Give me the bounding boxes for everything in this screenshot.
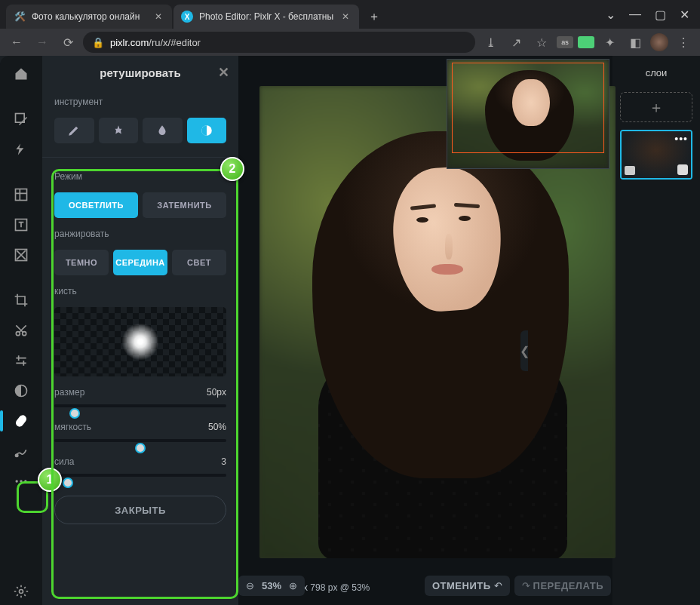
callout-badge-2: 2 bbox=[220, 157, 244, 181]
cutout-tool[interactable] bbox=[6, 317, 36, 344]
layer-menu-icon[interactable]: ••• bbox=[674, 133, 688, 145]
minimize-icon[interactable]: ― bbox=[629, 8, 641, 21]
properties-panel: ретушировать ✕ инструмент Режим ОСВЕТЛИТ… bbox=[42, 56, 238, 605]
instrument-group bbox=[54, 118, 226, 143]
add-layer-button[interactable]: ＋ bbox=[620, 92, 692, 122]
arrange-tool[interactable] bbox=[6, 106, 36, 133]
svg-rect-7 bbox=[14, 413, 28, 428]
extension-2m-icon[interactable]: 2m bbox=[578, 36, 594, 48]
range-group: ТЕМНО СЕРЕДИНА СВЕТ bbox=[54, 250, 226, 275]
close-panel-button[interactable]: ✕ bbox=[218, 64, 229, 81]
draw-tool[interactable] bbox=[6, 438, 36, 465]
kebab-menu-icon[interactable]: ⋮ bbox=[673, 32, 694, 53]
settings-button[interactable] bbox=[6, 578, 36, 605]
range-light[interactable]: СВЕТ bbox=[172, 250, 226, 275]
browser-tab-2[interactable]: X Photo Editor: Pixlr X - бесплатны ✕ bbox=[173, 5, 359, 29]
close-tool-button[interactable]: ЗАКРЫТЬ bbox=[54, 496, 226, 524]
extension-lastfm-icon[interactable]: as bbox=[557, 36, 573, 48]
more-tools[interactable] bbox=[6, 468, 36, 495]
tool-sidebar bbox=[0, 56, 42, 605]
layer-thumb-0[interactable]: ••• bbox=[620, 130, 692, 180]
window-controls: ⌄ ― ▢ ✕ bbox=[595, 0, 700, 29]
slider-strength: сила3 bbox=[54, 456, 226, 481]
mode-darken[interactable]: ЗАТЕМНИТЬ bbox=[143, 192, 226, 218]
profile-avatar[interactable] bbox=[650, 33, 668, 51]
instrument-dodge-burn[interactable] bbox=[187, 118, 227, 143]
undo-button[interactable]: ОТМЕНИТЬ ↶ bbox=[425, 576, 510, 596]
close-icon[interactable]: ✕ bbox=[339, 11, 352, 23]
url-text: pixlr.com/ru/x/#editor bbox=[110, 37, 201, 48]
retouch-tool[interactable] bbox=[6, 407, 36, 435]
svg-point-9 bbox=[16, 480, 18, 482]
star-icon[interactable]: ☆ bbox=[531, 32, 552, 53]
lock-icon: 🔒 bbox=[92, 37, 104, 48]
svg-point-10 bbox=[20, 480, 22, 482]
navigator-panel[interactable] bbox=[447, 59, 609, 169]
zoom-controls: ⊖ 53% ⊕ bbox=[238, 576, 305, 596]
softness-label: мягкость bbox=[54, 422, 91, 432]
strength-label: сила bbox=[54, 456, 74, 467]
instrument-blur[interactable] bbox=[143, 118, 183, 143]
svg-point-12 bbox=[20, 590, 23, 594]
zoom-value[interactable]: 53% bbox=[257, 580, 286, 591]
slider-softness: мягкость50% bbox=[54, 422, 226, 446]
sidepanel-icon[interactable]: ◧ bbox=[625, 32, 646, 53]
address-bar[interactable]: 🔒 pixlr.com/ru/x/#editor bbox=[83, 32, 475, 53]
back-button[interactable]: ← bbox=[6, 32, 27, 53]
slider-size: размер50px bbox=[54, 387, 226, 411]
brush-preview[interactable] bbox=[54, 307, 226, 376]
size-label: размер bbox=[54, 387, 84, 398]
share-icon[interactable]: ↗ bbox=[505, 32, 527, 53]
size-slider[interactable] bbox=[54, 401, 226, 411]
new-tab-button[interactable]: ＋ bbox=[364, 6, 385, 27]
redo-icon: ↷ bbox=[522, 580, 530, 591]
size-value: 50px bbox=[207, 387, 226, 398]
tab-strip: 🛠️ Фото калькулятор онлайн ✕ X Photo Edi… bbox=[0, 0, 595, 29]
range-mid[interactable]: СЕРЕДИНА bbox=[113, 250, 167, 275]
svg-rect-1 bbox=[16, 189, 27, 201]
liquify-tool[interactable] bbox=[6, 377, 36, 404]
canvas-area[interactable]: 1200 x 798 px @ 53% ❮ bbox=[238, 56, 612, 605]
svg-point-8 bbox=[16, 454, 18, 456]
home-button[interactable] bbox=[6, 60, 36, 88]
close-window-icon[interactable]: ✕ bbox=[680, 8, 689, 22]
extensions-icon[interactable]: ✦ bbox=[599, 32, 620, 53]
forward-button[interactable]: → bbox=[32, 32, 53, 53]
zoom-in-button[interactable]: ⊕ bbox=[289, 580, 297, 591]
strength-slider[interactable] bbox=[54, 470, 226, 481]
reload-button[interactable]: ⟳ bbox=[57, 32, 78, 53]
redo-button[interactable]: ↷ ПЕРЕДЕЛАТЬ bbox=[514, 576, 611, 596]
svg-point-11 bbox=[24, 480, 26, 482]
tab-1-title: Фото калькулятор онлайн bbox=[32, 11, 146, 22]
layers-panel: слои ＋ ••• bbox=[612, 56, 700, 605]
ai-tool[interactable] bbox=[6, 136, 36, 163]
navigator-viewport[interactable] bbox=[452, 63, 604, 153]
crop-tool[interactable] bbox=[6, 287, 36, 314]
expand-layers-handle[interactable]: ❮ bbox=[520, 330, 528, 371]
maximize-icon[interactable]: ▢ bbox=[655, 8, 666, 22]
softness-slider[interactable] bbox=[54, 435, 226, 446]
close-icon[interactable]: ✕ bbox=[152, 11, 164, 23]
mode-lighten[interactable]: ОСВЕТЛИТЬ bbox=[54, 192, 138, 218]
range-dark[interactable]: ТЕМНО bbox=[54, 250, 109, 275]
zoom-out-button[interactable]: ⊖ bbox=[246, 580, 254, 591]
element-tool[interactable] bbox=[6, 241, 36, 269]
browser-titlebar: 🛠️ Фото калькулятор онлайн ✕ X Photo Edi… bbox=[0, 0, 700, 29]
instrument-clone[interactable] bbox=[99, 118, 139, 143]
tab-2-title: Photo Editor: Pixlr X - бесплатны bbox=[199, 11, 333, 22]
mode-group: ОСВЕТЛИТЬ ЗАТЕМНИТЬ bbox=[54, 192, 226, 218]
panel-title: ретушировать bbox=[100, 66, 180, 79]
adjust-tool[interactable] bbox=[6, 347, 36, 374]
chevron-down-icon[interactable]: ⌄ bbox=[606, 8, 616, 22]
bottom-bar: ⊖ 53% ⊕ ОТМЕНИТЬ ↶ ↷ ПЕРЕДЕЛАТЬ bbox=[238, 570, 611, 600]
pixlr-icon: X bbox=[181, 11, 193, 23]
install-icon[interactable]: ⤓ bbox=[480, 32, 501, 53]
browser-toolbar: ← → ⟳ 🔒 pixlr.com/ru/x/#editor ⤓ ↗ ☆ as … bbox=[0, 29, 700, 56]
browser-tab-1[interactable]: 🛠️ Фото калькулятор онлайн ✕ bbox=[6, 5, 172, 29]
panel-header: ретушировать ✕ bbox=[42, 56, 238, 89]
text-tool[interactable] bbox=[6, 211, 36, 238]
layout-tool[interactable] bbox=[6, 181, 36, 208]
instrument-heal[interactable] bbox=[54, 118, 94, 143]
instrument-label: инструмент bbox=[54, 97, 226, 107]
mode-label: Режим bbox=[54, 171, 226, 182]
